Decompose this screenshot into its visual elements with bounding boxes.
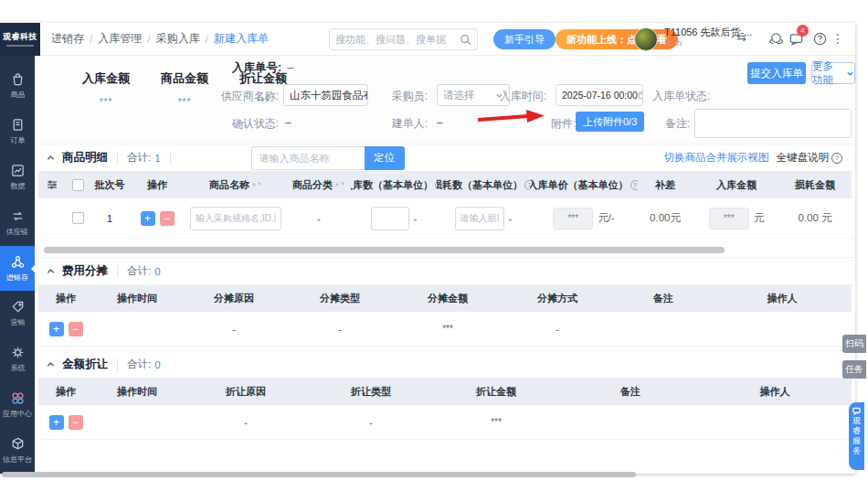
sidebar-item-label: 供应链 bbox=[6, 227, 28, 237]
app-center-icon bbox=[10, 390, 26, 406]
stat-label: 商品金额 bbox=[161, 70, 208, 87]
submit-inbound-button[interactable]: 提交入库单 bbox=[747, 62, 806, 84]
switch-account-icon[interactable]: ⇆ bbox=[736, 30, 746, 44]
inbound-form: 入库金额*** 商品金额*** 折让金额*** 入库单号:– 供应商名称: 山东… bbox=[35, 56, 855, 144]
app-window: 观睿科技 进销存 / 入库管理 / 采购入库 / 新建入库单 新手引导 新功能上… bbox=[0, 23, 855, 474]
col-unit-price: 入库单价（基本单位）? bbox=[530, 178, 638, 192]
expense-table-header: 操作 操作时间 分摊原因 分摊类型 分摊金额 分摊方式 备注 操作人 bbox=[38, 284, 852, 312]
time-value: 2025-07-16 00:00 bbox=[562, 90, 638, 101]
supplier-value: 山东十笏园食品有 bbox=[290, 89, 368, 102]
sort-icon[interactable]: ▲▼ bbox=[334, 182, 345, 187]
global-search-input[interactable] bbox=[335, 34, 460, 45]
avatar[interactable] bbox=[634, 27, 658, 51]
sidebar-item-label: 进销存 bbox=[6, 272, 28, 283]
order-no-value: – bbox=[287, 61, 293, 74]
loss-unit-dash: - bbox=[509, 213, 513, 224]
sidebar-item-inventory[interactable]: 进销存 bbox=[0, 246, 35, 292]
loss-amount-cell: 0.00 元 bbox=[780, 211, 850, 225]
newbie-guide-button[interactable]: 新手引导 bbox=[493, 29, 556, 49]
col-product-name[interactable]: 商品名称▲▼ bbox=[185, 178, 287, 192]
sidebar-item-info-platform[interactable]: 信息平台 bbox=[0, 428, 35, 474]
allocation-amount-masked: *** bbox=[393, 324, 503, 334]
row-checkbox[interactable] bbox=[72, 212, 84, 224]
remove-row-button[interactable]: − bbox=[69, 415, 83, 430]
order-no-label: 入库单号: bbox=[232, 61, 281, 74]
more-actions-button[interactable]: 更多功能 bbox=[811, 62, 855, 84]
col-allocation-method: 分摊方式 bbox=[503, 292, 612, 305]
brand-name: 观睿科技 bbox=[3, 31, 37, 43]
upload-attachment-button[interactable]: 上传附件0/3 bbox=[576, 112, 644, 132]
window-bottom-scrollbar[interactable] bbox=[2, 472, 636, 477]
task-tab[interactable]: 任务 bbox=[842, 360, 866, 379]
goods-search-input[interactable] bbox=[251, 146, 365, 170]
col-remark: 备注 bbox=[561, 385, 700, 399]
kebab-menu-icon[interactable]: ⋮ bbox=[830, 31, 846, 48]
col-loss-amount: 损耗金额 bbox=[780, 178, 850, 192]
qty-input[interactable] bbox=[371, 207, 409, 230]
sidebar-item-marketing[interactable]: 营销 bbox=[0, 291, 35, 336]
sidebar-item-supply-chain[interactable]: 供应链 bbox=[0, 200, 35, 246]
sidebar-item-data[interactable]: 数据 bbox=[0, 155, 35, 200]
search-icon[interactable] bbox=[460, 34, 471, 46]
remove-row-button[interactable]: − bbox=[160, 211, 175, 226]
support-icon[interactable] bbox=[767, 31, 784, 48]
info-icon[interactable]: ? bbox=[630, 180, 639, 190]
goods-search: 定位 bbox=[251, 146, 405, 170]
product-name-input[interactable] bbox=[190, 207, 281, 230]
breadcrumb-item[interactable]: 采购入库 bbox=[156, 31, 200, 47]
time-field[interactable]: 2025-07-16 00:00 bbox=[556, 84, 643, 106]
help-icon[interactable] bbox=[811, 31, 828, 48]
global-search[interactable] bbox=[329, 28, 478, 50]
col-loss-qty: 损耗数（基本单位）? bbox=[437, 178, 530, 192]
loss-qty-input[interactable] bbox=[455, 207, 504, 230]
supplier-input[interactable]: 山东十笏园食品有 bbox=[283, 84, 368, 106]
sidebar-item-label: 商品 bbox=[10, 90, 25, 100]
expense-total-value: 0 bbox=[154, 266, 160, 277]
remark-input[interactable] bbox=[694, 109, 852, 138]
sidebar-item-goods[interactable]: 商品 bbox=[0, 63, 35, 109]
collapse-caret-icon[interactable] bbox=[46, 359, 56, 369]
breadcrumb-item[interactable]: 进销存 bbox=[51, 31, 84, 47]
sidebar-item-system[interactable]: 系统 bbox=[0, 336, 35, 382]
new-feature-promo-button[interactable]: 新功能上线：点击查看 bbox=[556, 29, 678, 49]
goods-section-title: 商品明细 bbox=[62, 150, 108, 166]
amount-masked: *** bbox=[709, 208, 749, 230]
buyer-label: 采购员: bbox=[364, 89, 428, 104]
horizontal-scrollbar[interactable] bbox=[44, 247, 725, 253]
sidebar-item-label: 订单 bbox=[10, 135, 25, 145]
brand-logo[interactable]: 观睿科技 bbox=[0, 23, 40, 56]
add-row-button[interactable]: + bbox=[49, 322, 64, 336]
breadcrumb-separator: / bbox=[90, 33, 92, 46]
merge-view-link[interactable]: 切换商品合并展示视图 bbox=[664, 151, 769, 165]
attachment-label: 附件: bbox=[551, 116, 576, 132]
cube-icon bbox=[10, 436, 26, 452]
sidebar: 商品 订单 数据 供应链 进销存 营销 bbox=[0, 56, 35, 474]
collapse-caret-icon[interactable] bbox=[46, 153, 56, 163]
select-all-checkbox[interactable] bbox=[72, 179, 84, 191]
calendar-icon[interactable] bbox=[638, 91, 643, 100]
add-row-button[interactable]: + bbox=[141, 211, 155, 226]
scan-code-tab[interactable]: 扫码 bbox=[842, 335, 866, 353]
remove-row-button[interactable]: − bbox=[69, 322, 83, 336]
supplier-label: 供应商名称: bbox=[178, 89, 279, 104]
column-settings-icon[interactable] bbox=[46, 178, 58, 191]
collapse-caret-icon[interactable] bbox=[46, 266, 56, 276]
chart-icon bbox=[10, 163, 26, 178]
bag-icon bbox=[10, 71, 26, 87]
buyer-value: 请选择 bbox=[443, 89, 475, 102]
service-tab[interactable]: 观睿服务 bbox=[849, 402, 864, 470]
sidebar-item-orders[interactable]: 订单 bbox=[0, 109, 35, 155]
order-no: 入库单号:– bbox=[232, 60, 293, 76]
add-row-button[interactable]: + bbox=[49, 415, 64, 430]
goods-total-label: 合计: bbox=[127, 151, 151, 165]
sort-icon[interactable]: ▲▼ bbox=[251, 182, 262, 187]
locate-button[interactable]: 定位 bbox=[365, 146, 405, 170]
breadcrumb-item[interactable]: 入库管理 bbox=[98, 31, 142, 47]
status-label: 入库单状态: bbox=[652, 89, 710, 104]
col-action-time: 操作时间 bbox=[93, 292, 181, 305]
col-action: 操作 bbox=[38, 292, 93, 305]
col-discount-type: 折让类型 bbox=[311, 385, 431, 399]
sidebar-item-app-center[interactable]: 应用中心 bbox=[0, 382, 35, 428]
keyboard-help-link[interactable]: 全键盘说明 ? bbox=[777, 151, 843, 165]
col-category[interactable]: 商品分类▲▼ bbox=[287, 178, 351, 192]
